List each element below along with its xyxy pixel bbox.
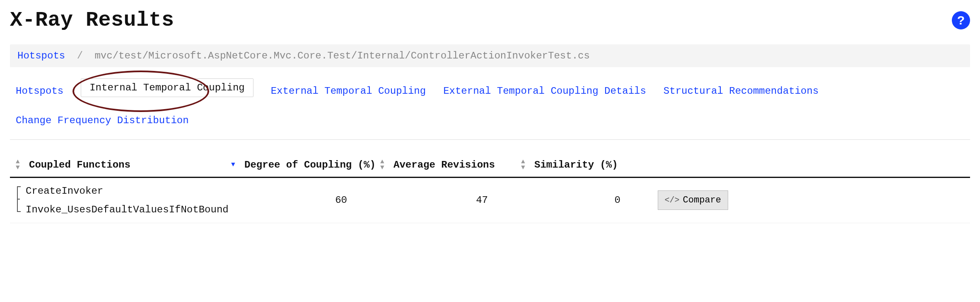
cell-average-revisions: 47 xyxy=(380,195,521,206)
tabs: Hotspots Internal Temporal Coupling Exte… xyxy=(10,80,970,140)
coupled-function-b: Invoke_UsesDefaultValuesIfNotBound xyxy=(26,204,229,215)
tab-structural-recommendations[interactable]: Structural Recommendations xyxy=(664,82,818,100)
breadcrumb-path: mvc/test/Microsoft.AspNetCore.Mvc.Core.T… xyxy=(94,50,589,61)
page-title: X-Ray Results xyxy=(10,8,174,32)
bracket-icon xyxy=(16,186,22,215)
column-header-degree[interactable]: ▼ Degree of Coupling (%) xyxy=(231,159,380,170)
breadcrumb: Hotspots / mvc/test/Microsoft.AspNetCore… xyxy=(10,44,970,67)
column-header-coupled-functions[interactable]: ▲▼ Coupled Functions xyxy=(16,159,231,171)
code-icon: </> xyxy=(665,195,680,205)
cell-similarity: 0 xyxy=(521,195,654,206)
breadcrumb-separator: / xyxy=(77,50,83,61)
column-header-label: Average Revisions xyxy=(393,159,495,170)
breadcrumb-root-link[interactable]: Hotspots xyxy=(17,50,65,61)
column-header-label: Coupled Functions xyxy=(29,159,130,170)
tab-hotspots[interactable]: Hotspots xyxy=(16,82,63,100)
help-icon[interactable]: ? xyxy=(952,11,970,29)
sort-icon: ▲▼ xyxy=(380,159,384,171)
column-header-similarity[interactable]: ▲▼ Similarity (%) xyxy=(521,159,654,171)
cell-degree: 60 xyxy=(231,195,380,206)
table-header-row: ▲▼ Coupled Functions ▼ Degree of Couplin… xyxy=(10,155,970,178)
sort-icon: ▼ xyxy=(231,162,235,168)
tab-external-temporal-coupling-details[interactable]: External Temporal Coupling Details xyxy=(443,82,646,100)
tab-external-temporal-coupling[interactable]: External Temporal Coupling xyxy=(271,82,426,100)
compare-button-label: Compare xyxy=(683,195,721,205)
sort-icon: ▲▼ xyxy=(521,159,525,171)
results-table: ▲▼ Coupled Functions ▼ Degree of Couplin… xyxy=(10,155,970,223)
tab-internal-temporal-coupling[interactable]: Internal Temporal Coupling xyxy=(81,78,253,97)
coupled-function-a: CreateInvoker xyxy=(26,185,229,197)
column-header-label: Degree of Coupling (%) xyxy=(244,159,376,170)
sort-icon: ▲▼ xyxy=(16,159,20,171)
table-row: CreateInvoker Invoke_UsesDefaultValuesIf… xyxy=(10,178,970,223)
compare-button[interactable]: </> Compare xyxy=(658,190,728,210)
column-header-label: Similarity (%) xyxy=(534,159,618,170)
column-header-average-revisions[interactable]: ▲▼ Average Revisions xyxy=(380,159,521,171)
tab-change-frequency-distribution[interactable]: Change Frequency Distribution xyxy=(16,112,189,129)
